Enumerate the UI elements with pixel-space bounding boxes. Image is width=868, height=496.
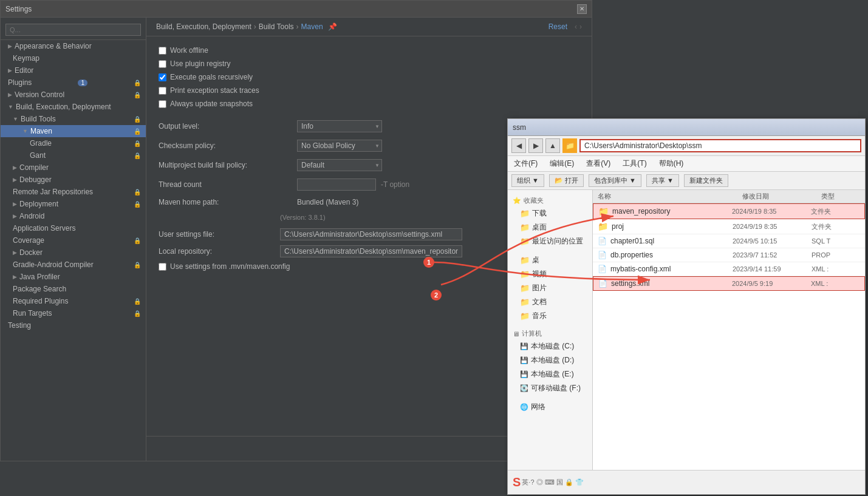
thread-count-input[interactable] [297,178,376,191]
file-type-prop: PROP [812,251,860,259]
sidebar-item-run-targets[interactable]: Run Targets 🔒 [1,307,146,319]
sidebar-item-maven[interactable]: ▼ Maven 🔒 [1,125,146,137]
always-update-row: Always update snapshots [159,100,579,108]
nav-forward-button[interactable]: ▶ [528,138,543,153]
close-button[interactable]: ✕ [577,4,587,14]
sidebar-item-docker[interactable]: ▶ Docker [1,246,146,259]
organize-button[interactable]: 组织 ▼ [511,174,544,187]
nav-back-button[interactable]: ◀ [511,138,526,153]
new-folder-button[interactable]: 新建文件夹 [684,174,728,187]
nav-back-arrow[interactable]: ‹ [575,22,577,31]
sidebar-item-label: Android [19,212,44,220]
nav-drive-d[interactable]: 💾 本地磁盘 (D:) [510,353,590,367]
explorer-right: 名称 修改日期 类型 📁 maven_repository 2024/9/19 … [593,190,865,470]
include-library-button[interactable]: 包含到库中 ▼ [589,174,641,187]
drive-icon: 💽 [520,384,528,392]
menu-tools[interactable]: 工具(T) [620,157,649,170]
multiproject-policy-select[interactable]: Default Fail At End Fail Fast Never Fail [297,159,382,171]
sidebar-item-package-search[interactable]: Package Search [1,283,146,295]
sidebar-item-deployment[interactable]: ▶ Deployment 🔒 [1,198,146,210]
drive-icon: 💾 [520,370,528,378]
sidebar-item-required-plugins[interactable]: Required Plugins 🔒 [1,295,146,307]
folder-icon: 📁 [520,270,530,279]
nav-media-desk[interactable]: 📁 桌 [510,253,590,267]
sidebar-item-coverage[interactable]: Coverage 🔒 [1,234,146,246]
nav-desktop[interactable]: 📁 桌面 [510,220,590,234]
file-item-sql[interactable]: 📄 chapter01.sql 2024/9/5 10:15 SQL T [593,234,865,248]
sidebar-item-version-control[interactable]: ▶ Version Control 🔒 [1,89,146,101]
always-update-checkbox[interactable] [159,100,166,108]
file-item-settings-xml[interactable]: 📄 settings.xml 2024/9/5 9:19 XML : [593,276,865,291]
col-type[interactable]: 类型 [816,192,865,201]
sidebar-item-keymap[interactable]: Keymap [1,52,146,64]
star-icon: ⭐ [513,197,521,205]
file-item-proj[interactable]: 📁 proj 2024/9/19 8:35 文件夹 [593,219,865,234]
nav-pictures[interactable]: 📁 图片 [510,281,590,295]
menu-edit[interactable]: 编辑(E) [547,157,576,170]
local-repo-input[interactable] [280,245,462,257]
nav-forward-arrow[interactable]: › [579,22,582,31]
nav-downloads[interactable]: 📁 下载 [510,206,590,220]
sidebar-item-android[interactable]: ▶ Android [1,210,146,222]
explorer-left-nav: ⭐ 收藏夹 📁 下载 📁 桌面 📁 最近访问的位置 📁 [508,190,593,470]
file-item-prop[interactable]: 📄 db.properties 2023/9/7 11:52 PROP [593,248,865,262]
expand-arrow: ▼ [13,116,18,122]
file-name-sql: 📄 chapter01.sql [598,237,733,245]
col-name[interactable]: 名称 [593,192,737,201]
sidebar-item-java-profiler[interactable]: ▶ Java Profiler [1,271,146,283]
open-button[interactable]: 📂 打开 [549,174,584,187]
nav-drive-f[interactable]: 💽 可移动磁盘 (F:) [510,381,590,395]
nav-network[interactable]: 🌐 网络 [510,400,590,414]
breadcrumb-sep-2: › [296,22,299,31]
sidebar-item-label: Keymap [13,54,39,63]
user-settings-input[interactable] [280,228,462,240]
output-level-select[interactable]: Info Debug Warn Error [297,120,382,132]
menu-help[interactable]: 帮助(H) [657,157,686,170]
computer-title: 🖥 计算机 [510,328,590,339]
sidebar-item-gant[interactable]: Gant 🔒 [1,149,146,161]
nav-drive-c[interactable]: 💾 本地磁盘 (C:) [510,339,590,353]
sidebar-item-debugger[interactable]: ▶ Debugger [1,174,146,186]
nav-recent[interactable]: 📁 最近访问的位置 [510,234,590,248]
sidebar-item-appearance[interactable]: ▶ Appearance & Behavior [1,40,146,52]
work-offline-row: Work offline [159,46,579,55]
media-section: 📁 桌 📁 视频 📁 图片 📁 文档 📁 音乐 [510,253,590,323]
search-input[interactable] [5,24,141,36]
share-button[interactable]: 共享 ▼ [646,174,679,187]
checksum-policy-select[interactable]: No Global Policy Fail Warn Ignore [297,140,382,152]
nav-up-button[interactable]: ▲ [545,138,560,153]
sidebar-item-gradle-android[interactable]: Gradle-Android Compiler 🔒 [1,259,146,271]
nav-videos[interactable]: 📁 视频 [510,267,590,281]
use-mvn-config-checkbox[interactable] [159,263,166,271]
multiproject-policy-label: Multiproject build fail policy: [159,161,292,169]
print-exception-checkbox[interactable] [159,87,166,95]
execute-goals-checkbox[interactable] [159,73,166,81]
reset-button[interactable]: Reset [548,22,567,31]
sidebar-item-compiler[interactable]: ▶ Compiler [1,161,146,174]
work-offline-checkbox[interactable] [159,47,166,55]
file-item-mybatis[interactable]: 📄 mybatis-config.xml 2023/9/14 11:59 XML… [593,262,865,276]
sidebar-item-editor[interactable]: ▶ Editor [1,64,146,76]
file-item-maven-repo[interactable]: 📁 maven_repository 2024/9/19 8:35 文件夹 [593,203,865,219]
col-date[interactable]: 修改日期 [737,192,816,201]
sidebar-item-testing[interactable]: Testing [1,319,146,331]
file-date-proj: 2024/9/19 8:35 [733,223,812,230]
use-plugin-registry-checkbox[interactable] [159,60,166,68]
sidebar-item-remote-jar[interactable]: Remote Jar Repositories 🔒 [1,186,146,198]
sidebar-item-gradle[interactable]: Gradle 🔒 [1,137,146,149]
lock-icon: 🔒 [134,310,141,317]
sidebar-item-plugins[interactable]: Plugins 1 🔒 [1,76,146,89]
expand-arrow: ▶ [8,43,12,49]
sidebar-item-label: Editor [15,66,33,75]
prop-icon: 📄 [598,251,607,259]
nav-drive-e[interactable]: 💾 本地磁盘 (E:) [510,367,590,381]
menu-file[interactable]: 文件(F) [511,157,540,170]
nav-documents[interactable]: 📁 文档 [510,295,590,309]
address-bar-input[interactable] [579,139,861,152]
sidebar-item-build-execution[interactable]: ▼ Build, Execution, Deployment [1,101,146,113]
nav-music[interactable]: 📁 音乐 [510,309,590,323]
sidebar-item-build-tools[interactable]: ▼ Build Tools 🔒 [1,113,146,125]
output-level-label: Output level: [159,122,292,131]
menu-view[interactable]: 查看(V) [584,157,613,170]
sidebar-item-app-servers[interactable]: Application Servers [1,222,146,234]
